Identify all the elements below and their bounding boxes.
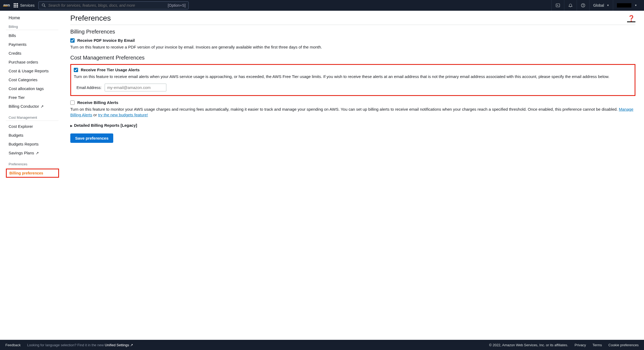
notifications-button[interactable] (564, 0, 577, 11)
billing-preferences-heading: Billing Preferences (70, 29, 635, 35)
checkbox-free-tier-alerts[interactable] (74, 68, 78, 72)
svg-point-0 (42, 4, 45, 6)
pref-label: Receive PDF Invoice By Email (77, 38, 135, 43)
topnav-utility-icons: Global (551, 0, 641, 11)
cloudshell-icon (555, 3, 560, 8)
sidebar-item-payments[interactable]: Payments (0, 40, 62, 49)
account-name-redacted (617, 3, 631, 8)
footer-text: Looking for language selection? Find it … (27, 343, 105, 347)
help-question-icon: ❓ (628, 15, 635, 22)
footer-language-hint: Looking for language selection? Find it … (27, 343, 133, 347)
pref-description: Turn on this feature to receive a PDF ve… (70, 44, 635, 50)
sidebar-item-budgets[interactable]: Budgets (0, 131, 62, 140)
search-shortcut-label: [Option+S] (168, 3, 186, 8)
region-selector[interactable]: Global (589, 0, 613, 11)
sidebar-item-label: Savings Plans (9, 151, 34, 155)
cost-management-preferences-heading: Cost Management Preferences (70, 55, 635, 61)
footer: Feedback Looking for language selection?… (0, 340, 644, 350)
sidebar-item-cost-allocation-tags[interactable]: Cost allocation tags (0, 84, 62, 93)
help-circle-icon (581, 3, 586, 8)
pref-pdf-invoice: Receive PDF Invoice By Email Turn on thi… (70, 38, 635, 50)
unified-settings-link[interactable]: Unified Settings ↗ (105, 343, 133, 347)
terms-link[interactable]: Terms (592, 343, 602, 347)
bell-icon (568, 3, 573, 8)
aws-smile-icon: ▔▔ (3, 7, 10, 8)
triangle-right-icon (70, 123, 72, 128)
feedback-link[interactable]: Feedback (5, 343, 21, 347)
legacy-label: Detailed Billing Reports [Legacy] (74, 123, 137, 128)
top-navigation: aws ▔▔ Services [Option+S] Global (0, 0, 644, 11)
sidebar-item-purchase-orders[interactable]: Purchase orders (0, 58, 62, 66)
grid-icon (14, 3, 18, 8)
footer-copyright: © 2022, Amazon Web Services, Inc. or its… (489, 343, 568, 347)
checkbox-pdf-invoice[interactable] (70, 38, 75, 43)
sidebar-item-bills[interactable]: Bills (0, 31, 62, 40)
sidebar-category-preferences: Preferences (6, 160, 58, 167)
services-label: Services (20, 3, 35, 8)
sidebar-item-billing-preferences[interactable]: Billing preferences (6, 169, 59, 178)
aws-logo[interactable]: aws ▔▔ (3, 3, 10, 8)
account-menu[interactable] (613, 0, 641, 11)
pref-description: Turn on this feature to monitor your AWS… (70, 106, 635, 118)
support-button[interactable] (577, 0, 589, 11)
pref-billing-alerts: Receive Billing Alerts Turn on this feat… (70, 100, 635, 118)
svg-point-6 (583, 6, 583, 6)
sidebar-item-cost-categories[interactable]: Cost Categories (0, 75, 62, 84)
services-menu-button[interactable]: Services (14, 3, 35, 8)
sidebar-item-cost-explorer[interactable]: Cost Explorer (0, 122, 62, 131)
sidebar-item-cost-usage-reports[interactable]: Cost & Usage Reports (0, 66, 62, 75)
cloudshell-button[interactable] (551, 0, 564, 11)
checkbox-billing-alerts[interactable] (70, 100, 75, 105)
free-tier-email-input[interactable] (105, 84, 166, 91)
region-label: Global (593, 3, 604, 8)
sidebar: Home Billing Bills Payments Credits Purc… (0, 11, 62, 340)
sidebar-item-label: Billing Conductor (9, 104, 39, 109)
external-link-icon: ↗ (36, 151, 39, 155)
page-title: Preferences (70, 14, 635, 25)
cookie-preferences-link[interactable]: Cookie preferences (608, 343, 639, 347)
pref-label: Receive Billing Alerts (77, 100, 118, 105)
pref-label: Receive Free Tier Usage Alerts (81, 68, 140, 72)
global-search[interactable]: [Option+S] (38, 1, 189, 9)
detailed-billing-reports-toggle[interactable]: Detailed Billing Reports [Legacy] (70, 123, 635, 128)
text-separator: or (92, 113, 98, 117)
try-budgets-link[interactable]: try the new budgets feature! (98, 113, 148, 117)
search-icon (41, 3, 46, 8)
page-help-button[interactable]: ❓ (627, 16, 635, 22)
main-content: ❓ Preferences Billing Preferences Receiv… (62, 11, 644, 340)
sidebar-item-free-tier[interactable]: Free Tier (0, 93, 62, 102)
privacy-link[interactable]: Privacy (575, 343, 586, 347)
sidebar-item-credits[interactable]: Credits (0, 49, 62, 58)
svg-line-1 (44, 6, 45, 7)
sidebar-item-savings-plans[interactable]: Savings Plans ↗ (0, 148, 62, 157)
pref-description: Turn on this feature to receive email al… (74, 74, 632, 79)
pref-description-text: Turn on this feature to monitor your AWS… (70, 107, 619, 111)
search-input[interactable] (48, 3, 166, 8)
email-address-label: Email Address: (76, 85, 101, 90)
sidebar-category-cost-management: Cost Management (6, 113, 58, 121)
sidebar-item-billing-conductor[interactable]: Billing Conductor ↗ (0, 102, 62, 111)
save-preferences-button[interactable]: Save preferences (70, 133, 113, 143)
sidebar-item-budgets-reports[interactable]: Budgets Reports (0, 140, 62, 148)
external-link-icon: ↗ (41, 104, 44, 109)
sidebar-item-home[interactable]: Home (0, 14, 62, 23)
sidebar-category-billing: Billing (6, 23, 58, 30)
pref-free-tier-alerts: Receive Free Tier Usage Alerts Turn on t… (70, 64, 635, 96)
